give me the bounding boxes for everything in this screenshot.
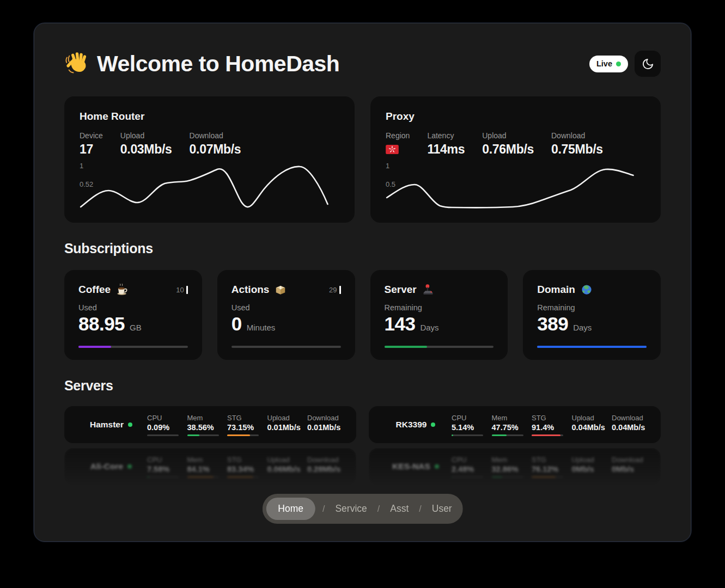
metric-value: 389 xyxy=(537,313,568,335)
live-status-badge: Live xyxy=(589,56,628,72)
stat-mem: Mem 47.75% xyxy=(492,414,528,436)
stat-cpu: CPU 0.09% xyxy=(147,414,183,436)
page-title-text: Welcome to HomeDash xyxy=(97,51,339,77)
metric-label: Remaining xyxy=(537,303,647,312)
card-title: Home Router xyxy=(80,111,340,122)
nav-item-user[interactable]: User xyxy=(429,503,455,514)
stat-region: Region xyxy=(386,131,410,157)
stat-upload: Upload 0.76Mb/s xyxy=(482,131,534,157)
joystick-icon xyxy=(422,283,435,296)
stat-upload: Upload 0Mb/s xyxy=(572,456,608,478)
theme-toggle-button[interactable] xyxy=(635,51,661,77)
stat-download: Download 0.75Mb/s xyxy=(551,131,603,157)
stat-cpu: CPU 7.58% xyxy=(147,456,183,478)
count-indicator: 29 xyxy=(329,286,340,294)
stat-upload: Upload 0.03Mb/s xyxy=(120,131,172,157)
card-title: Proxy xyxy=(386,111,647,122)
globe-icon xyxy=(580,283,593,296)
header: Welcome to HomeDash Live xyxy=(64,51,661,77)
stat-mem: Mem 84.1% xyxy=(187,456,223,478)
server-row-rk3399: RK3399 CPU 5.14% Mem 47.75% STG 91.4% xyxy=(369,406,661,443)
stat-cpu: CPU 2.48% xyxy=(452,456,488,478)
package-icon xyxy=(274,283,287,296)
stat-mem: Mem 38.56% xyxy=(187,414,223,436)
nav-item-home[interactable]: Home xyxy=(266,498,315,520)
progress-bar xyxy=(537,346,647,348)
card-title: Actions xyxy=(231,284,270,296)
nav-separator: / xyxy=(377,504,380,514)
actions-card: Actions 29 Used 0 Minutes xyxy=(217,270,355,360)
stat-cpu: CPU 5.14% xyxy=(452,414,488,436)
coffee-icon xyxy=(115,283,129,296)
online-status-icon xyxy=(128,422,132,427)
stat-upload: Upload 0.04Mb/s xyxy=(572,414,608,436)
home-router-card: Home Router Device 17 Upload 0.03Mb/s Do… xyxy=(64,96,355,223)
server-name: Ali-Core xyxy=(90,462,123,471)
stat-latency: Latency 114ms xyxy=(427,131,465,157)
sparkline-svg xyxy=(380,161,651,215)
progress-bar xyxy=(78,346,188,348)
online-status-icon xyxy=(435,464,439,469)
stat-stg: STG 91.4% xyxy=(532,414,568,436)
metric-value: 0 xyxy=(231,313,242,335)
progress-bar xyxy=(231,346,341,348)
wave-icon xyxy=(64,51,89,76)
metric-unit: GB xyxy=(130,323,142,332)
nav-item-asst[interactable]: Asst xyxy=(387,503,412,514)
metric-label: Used xyxy=(231,303,341,312)
proxy-card: Proxy Region xyxy=(370,96,661,223)
server-row-ali-core: Ali-Core CPU 7.58% Mem 84.1% STG 83.34% xyxy=(64,448,356,485)
metric-value: 88.95 xyxy=(78,313,125,335)
bottom-nav: Home / Service / Asst / User xyxy=(262,494,462,524)
online-status-icon xyxy=(127,464,132,469)
server-row-hamster: Hamster CPU 0.09% Mem 38.56% STG 73.15% xyxy=(64,406,356,443)
count-indicator: 10 xyxy=(176,286,187,294)
card-title: Coffee xyxy=(78,284,111,296)
page-title: Welcome to HomeDash xyxy=(64,51,339,77)
stat-download: Download 0.01Mb/s xyxy=(307,414,343,436)
homedash-panel: Welcome to HomeDash Live Home Router Dev… xyxy=(34,23,691,542)
online-status-icon xyxy=(431,422,435,427)
stat-device: Device 17 xyxy=(80,131,103,157)
server-row-kes-nas: KES-NAS CPU 2.48% Mem 32.86% STG 76.12% xyxy=(369,448,661,485)
subscription-cards: Coffee 10 Used 88.95 GB xyxy=(64,270,661,360)
header-actions: Live xyxy=(589,51,661,77)
metric-label: Remaining xyxy=(385,303,494,312)
metric-label: Used xyxy=(78,303,188,312)
subscriptions-heading: Subscriptions xyxy=(64,241,661,256)
sparkline-svg xyxy=(74,161,345,215)
coffee-card: Coffee 10 Used 88.95 GB xyxy=(64,270,202,360)
server-subscription-card: Server Remaining 143 Days xyxy=(370,270,508,360)
progress-bar xyxy=(385,346,494,348)
metric-unit: Days xyxy=(573,323,592,332)
nav-separator: / xyxy=(322,504,325,514)
hong-kong-flag-icon xyxy=(386,145,399,154)
live-label: Live xyxy=(596,59,612,68)
live-dot-icon xyxy=(616,62,621,66)
caret-icon xyxy=(186,286,188,294)
network-cards: Home Router Device 17 Upload 0.03Mb/s Do… xyxy=(64,96,661,223)
proxy-sparkline: 1 0.5 xyxy=(380,161,651,215)
stat-download: Download 0.04Mb/s xyxy=(612,414,648,436)
domain-card: Domain Remaining 389 Days xyxy=(523,270,661,360)
server-grid: Hamster CPU 0.09% Mem 38.56% STG 73.15% xyxy=(64,406,661,485)
server-name: RK3399 xyxy=(396,420,427,430)
stat-download: Download 0.28Mb/s xyxy=(307,456,343,478)
card-title: Domain xyxy=(537,284,575,296)
stat-stg: STG 83.34% xyxy=(227,456,263,478)
nav-item-service[interactable]: Service xyxy=(332,503,370,514)
stat-download: Download 0Mb/s xyxy=(612,456,648,478)
metric-value: 143 xyxy=(385,313,416,335)
nav-separator: / xyxy=(419,504,421,514)
moon-icon xyxy=(642,58,654,70)
home-router-sparkline: 1 0.52 xyxy=(74,161,345,215)
stat-download: Download 0.07Mb/s xyxy=(190,131,241,157)
stat-upload: Upload 0.06Mb/s xyxy=(267,456,303,478)
metric-unit: Minutes xyxy=(247,323,276,332)
metric-unit: Days xyxy=(420,323,438,332)
card-title: Server xyxy=(385,284,417,296)
stat-mem: Mem 32.86% xyxy=(492,456,528,478)
stat-stg: STG 73.15% xyxy=(227,414,263,436)
server-name: Hamster xyxy=(90,420,124,430)
server-name: KES-NAS xyxy=(392,462,430,471)
